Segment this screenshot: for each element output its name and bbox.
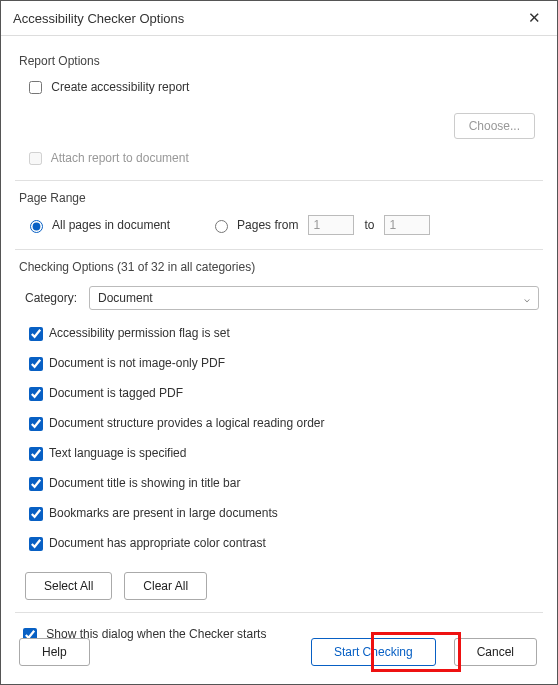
dialog-title: Accessibility Checker Options <box>13 11 184 26</box>
category-select[interactable]: Document ⌵ <box>89 286 539 310</box>
option-label: Document is not image-only PDF <box>49 356 225 370</box>
page-from-field <box>308 215 354 235</box>
attach-report-label: Attach report to document <box>51 151 189 165</box>
option-label: Text language is specified <box>49 446 186 460</box>
category-value: Document <box>98 291 153 305</box>
choose-button: Choose... <box>454 113 535 139</box>
option-item[interactable]: Document title is showing in title bar <box>25 474 539 494</box>
radio-from-input[interactable] <box>215 220 228 233</box>
radio-all-input[interactable] <box>30 220 43 233</box>
group-report-options: Report Options <box>19 54 539 68</box>
start-checking-button[interactable]: Start Checking <box>311 638 436 666</box>
radio-pages-from[interactable]: Pages from <box>210 217 298 233</box>
clear-all-button[interactable]: Clear All <box>124 572 207 600</box>
options-list: Accessibility permission flag is set Doc… <box>25 324 539 554</box>
attach-report-checkbox: Attach report to document <box>25 149 539 168</box>
option-label: Bookmarks are present in large documents <box>49 506 278 520</box>
help-button[interactable]: Help <box>19 638 90 666</box>
option-label: Document structure provides a logical re… <box>49 416 324 430</box>
option-label: Document title is showing in title bar <box>49 476 240 490</box>
create-report-input[interactable] <box>29 81 42 94</box>
radio-from-label: Pages from <box>237 218 298 232</box>
option-item[interactable]: Document is tagged PDF <box>25 384 539 404</box>
option-label: Document is tagged PDF <box>49 386 183 400</box>
option-label: Document has appropriate color contrast <box>49 536 266 550</box>
chevron-down-icon: ⌵ <box>524 293 530 304</box>
option-label: Accessibility permission flag is set <box>49 326 230 340</box>
group-page-range: Page Range <box>19 191 539 205</box>
select-all-button[interactable]: Select All <box>25 572 112 600</box>
close-icon[interactable]: ✕ <box>520 7 549 29</box>
option-item[interactable]: Text language is specified <box>25 444 539 464</box>
radio-all-label: All pages in document <box>52 218 170 232</box>
category-label: Category: <box>25 291 89 305</box>
option-item[interactable]: Bookmarks are present in large documents <box>25 504 539 524</box>
group-checking-options: Checking Options (31 of 32 in all catego… <box>19 260 539 274</box>
attach-report-input <box>29 152 42 165</box>
option-item[interactable]: Document has appropriate color contrast <box>25 534 539 554</box>
to-label: to <box>364 218 374 232</box>
cancel-button[interactable]: Cancel <box>454 638 537 666</box>
page-to-field <box>384 215 430 235</box>
option-item[interactable]: Document structure provides a logical re… <box>25 414 539 434</box>
option-item[interactable]: Accessibility permission flag is set <box>25 324 539 344</box>
option-item[interactable]: Document is not image-only PDF <box>25 354 539 374</box>
radio-all-pages[interactable]: All pages in document <box>25 217 170 233</box>
create-report-label: Create accessibility report <box>51 80 189 94</box>
create-report-checkbox[interactable]: Create accessibility report <box>25 78 539 97</box>
